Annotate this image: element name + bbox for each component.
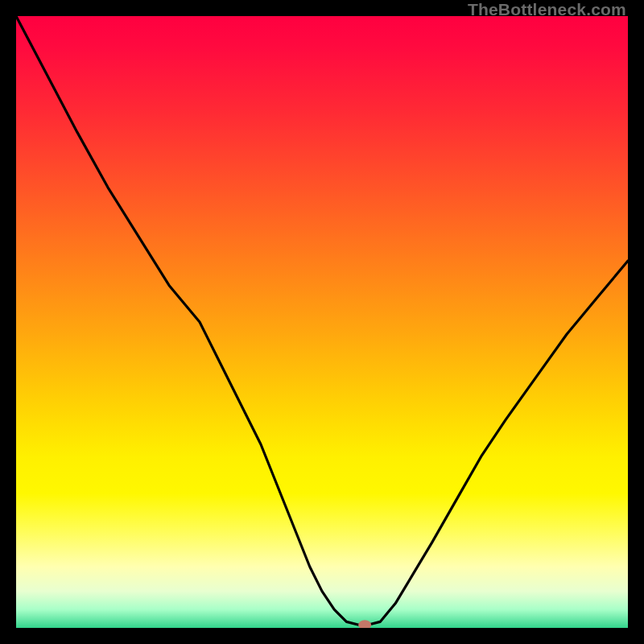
marker-dot	[358, 620, 371, 628]
plot-area	[16, 16, 628, 628]
chart-overlay	[16, 16, 628, 628]
chart-frame: TheBottleneck.com	[0, 0, 644, 644]
chart-curve	[16, 16, 628, 625]
watermark-text: TheBottleneck.com	[468, 0, 626, 19]
